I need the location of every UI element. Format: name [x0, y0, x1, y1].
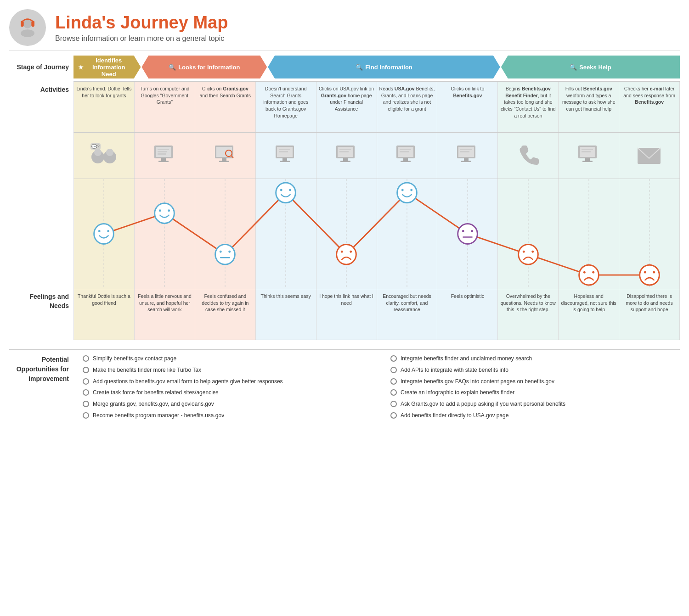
feeling-col-8: Overwhelmed by the questions. Needs to k…	[498, 289, 559, 340]
svg-point-80	[341, 251, 343, 253]
bullet-icon	[390, 378, 397, 385]
activities-label: Activities	[9, 81, 73, 132]
bullet-icon	[83, 401, 89, 407]
emotion-line	[104, 193, 649, 275]
people-talk-icon: 💬?	[88, 140, 120, 172]
bullet-icon	[390, 355, 397, 362]
opp-right-1: Integrate benefits finder and unclaimed …	[390, 355, 671, 363]
computer-icon-7	[455, 143, 480, 168]
feeling-col-1: Thankful Dottie is such a good friend	[73, 289, 135, 340]
activity-col-6: Reads USA.gov Benefits, Grants, and Loan…	[377, 82, 438, 132]
svg-rect-53	[582, 149, 593, 150]
stage-seeks: 🔍 Seeks Help	[501, 56, 680, 78]
star-icon: ★	[78, 64, 84, 71]
svg-point-72	[215, 244, 235, 264]
svg-point-70	[159, 209, 161, 212]
svg-rect-30	[279, 151, 288, 152]
svg-point-89	[519, 244, 538, 264]
svg-rect-22	[219, 161, 229, 162]
header-text: Linda's Journey Map Browse information o…	[55, 13, 228, 43]
feeling-col-10: Disappointed there is more to do and nee…	[619, 289, 680, 340]
stage-identifies: ★ Identifies Information Need	[73, 56, 141, 78]
search-icon-find: 🔍	[356, 64, 363, 71]
opp-left-2: Make the benefits finder more like Turbo…	[83, 366, 363, 374]
mail-icon	[637, 146, 662, 166]
svg-rect-28	[280, 161, 290, 162]
bullet-icon	[390, 389, 397, 396]
activity-col-7: Clicks on link to Benefits.gov	[437, 82, 498, 132]
stage-label: Stage of Journey	[9, 63, 73, 71]
svg-rect-52	[582, 161, 593, 162]
svg-point-73	[220, 251, 222, 253]
svg-point-76	[276, 183, 296, 203]
activity-col-1: Linda's friend, Dottie, tells her to loo…	[73, 82, 135, 132]
phone-icon	[517, 143, 540, 168]
stage-looks: 🔍 Looks for Information	[141, 56, 267, 78]
avatar	[9, 9, 46, 46]
computer-search-icon	[213, 143, 238, 168]
svg-point-91	[531, 251, 534, 253]
svg-point-5	[32, 22, 34, 25]
opp-left-3: Add questions to benefits.gov email form…	[83, 378, 363, 386]
svg-rect-46	[461, 161, 471, 162]
opportunities-content: Simplify benefits.gov contact page Make …	[73, 355, 680, 423]
svg-point-96	[644, 271, 646, 274]
icon-col-3	[195, 133, 256, 179]
svg-point-79	[337, 244, 356, 264]
computer-icon-6	[394, 143, 419, 168]
svg-point-83	[401, 189, 404, 191]
bullet-icon	[83, 389, 89, 396]
svg-rect-33	[343, 158, 348, 161]
activity-col-2: Turns on computer and Googles "Governmen…	[135, 82, 195, 132]
svg-point-87	[471, 230, 473, 232]
activity-col-9: Fills out Benefits.gov webform and types…	[559, 82, 619, 132]
svg-rect-55	[638, 148, 661, 164]
opp-left-6: Become benefits program manager - benefi…	[83, 412, 363, 420]
activity-col-8: Begins Benefits.gov Benefit Finder, but …	[498, 82, 559, 132]
opportunities-label: Potential Opportunities for Improvement	[9, 355, 73, 423]
opp-left-4: Create task force for benefits related s…	[83, 389, 363, 397]
opp-left-1: Simplify benefits.gov contact page	[83, 355, 363, 363]
svg-rect-45	[464, 158, 469, 161]
feeling-col-7: Feels optimistic	[437, 289, 498, 340]
help-icon: 🔍	[570, 64, 577, 71]
svg-rect-16	[158, 149, 169, 150]
feeling-col-6: Encouraged but needs clarity, comfort, a…	[377, 289, 438, 340]
header: Linda's Journey Map Browse information o…	[9, 9, 680, 51]
activities-text-row: Linda's friend, Dottie, tells her to loo…	[73, 81, 680, 132]
svg-rect-29	[279, 149, 290, 150]
svg-rect-14	[161, 158, 166, 161]
stage-row: Stage of Journey ★ Identifies Informatio…	[9, 56, 680, 78]
activity-col-3: Clicks on Grants.gov and then Search Gra…	[195, 82, 256, 132]
icon-col-9	[559, 133, 619, 179]
bullet-icon	[83, 355, 89, 362]
feeling-col-3: Feels confused and decides to try again …	[195, 289, 256, 340]
svg-rect-54	[582, 151, 591, 152]
svg-point-92	[579, 265, 599, 285]
activity-col-4: Doesn't understand Search Grants informa…	[256, 82, 316, 132]
svg-point-8	[94, 149, 102, 156]
svg-point-93	[583, 271, 586, 274]
svg-rect-51	[585, 158, 590, 161]
emotion-chart-svg	[73, 179, 680, 289]
svg-rect-20	[216, 147, 232, 157]
columns-grid: Linda's friend, Dottie, tells her to loo…	[73, 81, 680, 340]
opp-right-5: Ask Grants.gov to add a popup asking if …	[390, 400, 671, 408]
svg-rect-39	[403, 158, 408, 161]
activity-col-5: Clicks on USA.gov link on Grants.gov hom…	[316, 82, 377, 132]
svg-rect-47	[460, 149, 472, 150]
svg-point-74	[228, 251, 231, 253]
icon-col-8	[498, 133, 559, 179]
svg-point-69	[155, 203, 175, 224]
search-icon-looks: 🔍	[169, 64, 176, 71]
page-subtitle: Browse information or learn more on a ge…	[55, 34, 228, 43]
icon-col-6	[377, 133, 438, 179]
opp-right-6: Add benefits finder directly to USA.gov …	[390, 412, 671, 420]
feelings-row: Thankful Dottie is such a good friend Fe…	[73, 289, 680, 340]
bullet-icon	[390, 412, 397, 419]
svg-rect-36	[339, 151, 349, 152]
svg-point-9	[106, 149, 113, 156]
svg-rect-48	[460, 151, 469, 152]
feeling-col-2: Feels a little nervous and unsure, and h…	[135, 289, 195, 340]
svg-point-77	[280, 189, 282, 191]
